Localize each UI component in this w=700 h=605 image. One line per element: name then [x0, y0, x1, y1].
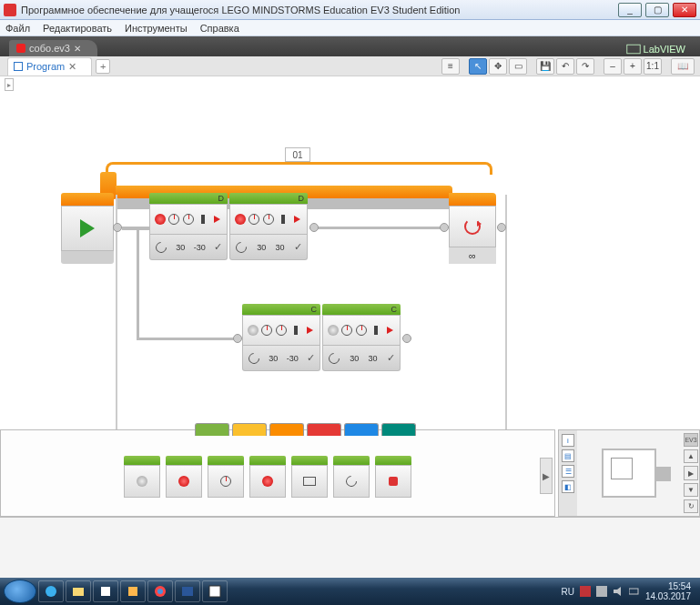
- hw-side-info[interactable]: i: [562, 434, 574, 447]
- loop-mode[interactable]: ∞: [469, 250, 476, 261]
- param-3[interactable]: ✓: [307, 352, 315, 364]
- program-tab-label: Program: [26, 61, 65, 72]
- tray-clock[interactable]: 15:54 14.03.2017: [645, 581, 691, 601]
- plug-mid-top[interactable]: [309, 223, 319, 232]
- plug-bottom-out[interactable]: [402, 334, 411, 343]
- param-3[interactable]: ✓: [214, 241, 222, 253]
- tool-redo[interactable]: ↷: [576, 58, 594, 75]
- rotations-icon: [153, 239, 168, 255]
- palette-tab-action[interactable]: [195, 423, 229, 436]
- plug-loop-out[interactable]: [497, 223, 506, 232]
- svg-rect-7: [182, 587, 193, 596]
- param-2[interactable]: 30: [276, 243, 285, 252]
- close-button[interactable]: ✕: [673, 3, 696, 17]
- hw-side-brick[interactable]: ☰: [562, 465, 574, 478]
- plug-bottom-in[interactable]: [233, 334, 242, 343]
- motor-block-top-2[interactable]: D 30 30 ✓: [229, 193, 308, 262]
- add-tab-button[interactable]: +: [96, 59, 110, 74]
- tray-volume-icon[interactable]: [613, 586, 624, 597]
- hw-side-ports[interactable]: ▤: [562, 449, 574, 462]
- palette-item-display[interactable]: [291, 456, 328, 498]
- project-tab[interactable]: собо.ev3 ✕: [9, 40, 97, 56]
- loop-label[interactable]: 01: [285, 147, 310, 162]
- bar-icon: [201, 215, 205, 224]
- start-button[interactable]: [4, 580, 36, 603]
- speed-icon: [261, 325, 272, 336]
- task-chrome[interactable]: [147, 580, 173, 602]
- task-ie[interactable]: [38, 580, 64, 602]
- canvas[interactable]: ▸ 01 D: [0, 76, 700, 518]
- tool-pointer[interactable]: ↖: [469, 58, 487, 75]
- program-tab[interactable]: Program ✕: [7, 57, 92, 76]
- tool-help[interactable]: 📖: [671, 58, 695, 75]
- svg-point-6: [157, 589, 163, 594]
- plug-loop-in[interactable]: [440, 223, 449, 232]
- start-block[interactable]: [61, 193, 114, 264]
- param-2[interactable]: -30: [287, 354, 299, 363]
- palette-tab-data[interactable]: [307, 423, 341, 436]
- param-1[interactable]: 30: [350, 354, 359, 363]
- tray-lang[interactable]: RU: [561, 587, 573, 597]
- param-1[interactable]: 30: [257, 243, 266, 252]
- tool-zoom-fit[interactable]: 1:1: [644, 58, 662, 75]
- task-word[interactable]: [175, 580, 200, 602]
- task-ev3[interactable]: [202, 580, 228, 602]
- hw-down[interactable]: ▼: [684, 483, 698, 497]
- tool-pan[interactable]: ✥: [489, 58, 507, 75]
- motor-block-bot-1[interactable]: C 30 -30 ✓: [242, 304, 320, 373]
- motor-block-bot-2[interactable]: C 30 30 ✓: [322, 304, 401, 373]
- palette-tab-flow[interactable]: [232, 423, 267, 436]
- program-bar: Program ✕ + ≡ ↖ ✥ ▭ 💾 ↶ ↷ – + 1:1 📖: [0, 56, 700, 76]
- menu-edit[interactable]: Редактировать: [43, 23, 112, 34]
- palette-item-motor-lg[interactable]: [166, 456, 202, 498]
- param-2[interactable]: -30: [194, 243, 206, 252]
- param-1[interactable]: 30: [269, 354, 278, 363]
- param-1[interactable]: 30: [176, 243, 185, 252]
- program-tab-close[interactable]: ✕: [68, 61, 76, 73]
- tool-select[interactable]: ▭: [509, 58, 527, 75]
- palette-tab-advanced[interactable]: [344, 423, 379, 436]
- palette-item-move-tank[interactable]: [249, 456, 286, 498]
- wire-branch-v: [137, 228, 139, 338]
- hw-up[interactable]: ▲: [684, 449, 698, 463]
- minimize-button[interactable]: _: [618, 3, 642, 17]
- motor-block-top-1[interactable]: D 30 -30 ✓: [149, 193, 228, 262]
- menu-tools[interactable]: Инструменты: [125, 23, 188, 34]
- tool-list[interactable]: ≡: [441, 58, 460, 75]
- palette-item-motor-med[interactable]: [124, 456, 160, 498]
- svg-rect-9: [580, 586, 591, 597]
- param-3[interactable]: ✓: [387, 352, 395, 364]
- menu-help[interactable]: Справка: [200, 23, 239, 34]
- task-app-2[interactable]: [120, 580, 146, 602]
- tool-zoom-in[interactable]: +: [624, 58, 642, 75]
- tray-network-icon[interactable]: [596, 586, 607, 597]
- titlebar: Программное обеспечение для учащегося LE…: [0, 0, 700, 20]
- palette-tab-sensor[interactable]: [269, 423, 304, 436]
- palette-item-sound[interactable]: [333, 456, 370, 498]
- rotations-icon: [327, 350, 342, 366]
- tray-battery-icon[interactable]: [629, 586, 640, 597]
- task-explorer[interactable]: [66, 580, 91, 602]
- maximize-button[interactable]: ▢: [645, 3, 669, 17]
- palette-item-move-steer[interactable]: [208, 456, 244, 498]
- window-title: Программное обеспечение для учащегося LE…: [21, 5, 460, 15]
- task-app-1[interactable]: [93, 580, 118, 602]
- palette-item-brick-led[interactable]: [375, 456, 411, 498]
- loop-end-block[interactable]: ∞: [449, 193, 496, 264]
- hw-run[interactable]: ▶: [684, 466, 698, 479]
- param-2[interactable]: 30: [369, 354, 378, 363]
- param-3[interactable]: ✓: [294, 241, 302, 253]
- tool-save[interactable]: 💾: [536, 58, 554, 75]
- play-mini-icon: [307, 327, 313, 334]
- menu-file[interactable]: Файл: [5, 23, 30, 34]
- start-out-plug[interactable]: [113, 223, 122, 232]
- hw-side-available[interactable]: ◧: [562, 480, 574, 493]
- palette-scroll-right[interactable]: ▶: [540, 458, 553, 494]
- project-tab-close[interactable]: ✕: [74, 44, 81, 54]
- scroll-handle[interactable]: ▸: [5, 78, 14, 91]
- palette-tab-myblocks[interactable]: [381, 423, 416, 436]
- hw-refresh[interactable]: ↻: [684, 499, 698, 513]
- tool-undo[interactable]: ↶: [556, 58, 574, 75]
- tool-zoom-out[interactable]: –: [604, 58, 622, 75]
- tray-flag-icon[interactable]: [580, 586, 591, 597]
